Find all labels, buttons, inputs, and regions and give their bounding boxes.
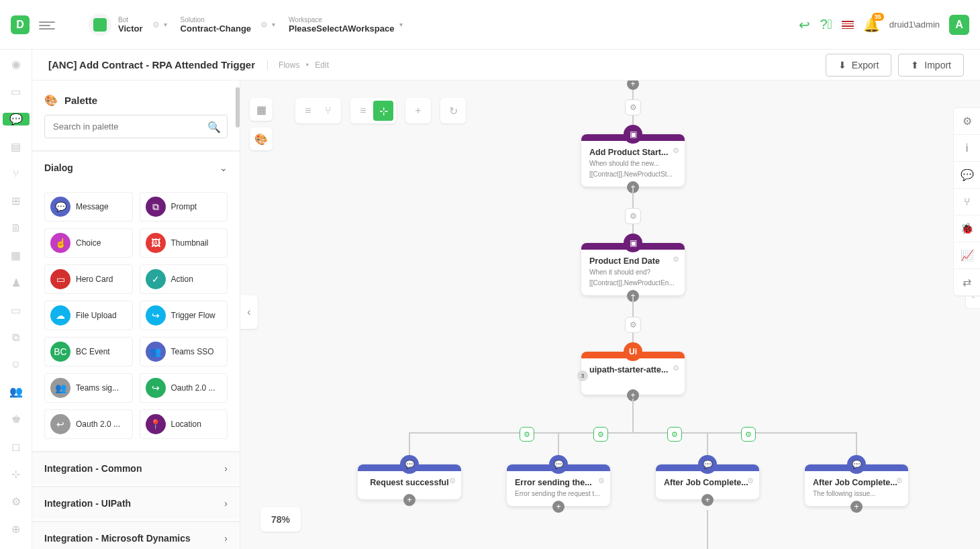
rail-translate-icon[interactable]: ⇄ (954, 269, 980, 296)
nav-settings-icon[interactable]: ⚙ (9, 495, 23, 508)
user-name[interactable]: druid1\admin (889, 19, 940, 30)
canvas-palette-toggle[interactable]: 🎨 (250, 128, 273, 150)
palette-item-teamssig[interactable]: 👥Teams sig... (44, 373, 133, 403)
palette-scrollbar[interactable] (235, 81, 240, 549)
menu-toggle-icon[interactable] (39, 19, 55, 30)
nav-docs-icon[interactable]: ▤ (9, 140, 23, 153)
gear-icon[interactable]: ⚙ (449, 477, 456, 485)
palette-item-herocard[interactable]: ▭Hero Card (44, 264, 133, 294)
connector-settings[interactable]: ⚙ (625, 99, 641, 115)
import-button[interactable]: ⬆ Import (898, 54, 964, 77)
branch-settings[interactable]: ⚙ (741, 427, 756, 442)
list-view-button[interactable]: ≡ (298, 101, 318, 121)
nav-chat-icon[interactable]: ▭ (9, 304, 23, 317)
canvas-collapse-left[interactable]: ‹ (240, 295, 258, 329)
branch-settings[interactable]: ⚙ (520, 427, 534, 442)
palette-item-bcevent[interactable]: BCBC Event (44, 337, 133, 366)
flow-canvas[interactable]: ▦ 🎨 ‹ ≡ ⑂ ≡ ⊹ + ↻ 78% + ⚙ ▣ ⚙ Add Produc… (240, 81, 980, 549)
refresh-button[interactable]: ↻ (443, 101, 463, 121)
nav-ext-icon[interactable]: ⊕ (9, 523, 23, 536)
gear-icon[interactable]: ⚙ (152, 20, 160, 30)
flow-node-product-end-date[interactable]: ▣ ⚙ Product End Date When it should end?… (581, 243, 685, 295)
nav-face-icon[interactable]: ☺ (9, 358, 23, 370)
nav-copy-icon[interactable]: ⧉ (9, 332, 23, 344)
connector-settings[interactable]: ⚙ (625, 317, 641, 333)
nav-file-icon[interactable]: 🗎 (9, 222, 23, 234)
solution-selector[interactable]: Solution Contract-Change ⚙ ▾ (181, 16, 275, 34)
accordion-dialog[interactable]: Dialog ⌄ (32, 150, 240, 184)
flow-node-after-job-complete-2[interactable]: 💬 ⚙ After Job Complete... The following … (805, 464, 908, 506)
accordion-common[interactable]: Integration - Common › (32, 451, 240, 485)
breadcrumb-flows[interactable]: Flows (279, 60, 299, 70)
gear-icon[interactable]: ⚙ (747, 477, 754, 485)
flow-node-add-product-start[interactable]: ▣ ⚙ Add Product Start... When should the… (581, 134, 685, 187)
branch-settings[interactable]: ⚙ (593, 427, 608, 442)
walkthrough-icon[interactable]: ↩ (799, 17, 810, 33)
palette-item-teamssso[interactable]: 👥Teams SSO (140, 337, 228, 366)
tree-view-button[interactable]: ⊹ (373, 101, 393, 121)
add-button[interactable]: + (408, 101, 428, 121)
nav-flows-icon[interactable]: 💬 (3, 113, 30, 126)
nav-apps-icon[interactable]: ⊞ (9, 195, 23, 207)
palette-item-choice[interactable]: ☝Choice (44, 228, 133, 258)
add-node-button[interactable]: + (701, 494, 714, 506)
help-icon[interactable]: ?⃝ (820, 17, 832, 32)
zoom-indicator[interactable]: 78% (260, 507, 301, 532)
branch-settings[interactable]: ⚙ (667, 427, 682, 442)
rail-info-icon[interactable]: i (954, 135, 980, 162)
app-logo[interactable]: D (11, 15, 30, 34)
rail-chat-icon[interactable]: 💬 (954, 162, 980, 189)
add-node-button[interactable]: + (627, 81, 639, 90)
rail-settings-icon[interactable]: ⚙ (954, 108, 980, 135)
merge-view-button[interactable]: ⑂ (318, 101, 338, 121)
nav-admin-icon[interactable]: ♚ (9, 413, 23, 426)
nav-user-icon[interactable]: ♟ (9, 277, 23, 289)
add-node-button[interactable]: + (403, 494, 415, 506)
palette-item-oauth2[interactable]: ↩Oauth 2.0 ... (44, 409, 133, 439)
chevron-down-icon[interactable]: ▾ (164, 21, 167, 28)
nav-screen-icon[interactable]: ◻ (9, 440, 23, 453)
palette-item-message[interactable]: 💬Message (44, 192, 133, 221)
nav-monitor-icon[interactable]: ▭ (9, 85, 23, 98)
flow-node-after-job-complete-1[interactable]: 💬 ⚙ After Job Complete... + (656, 464, 759, 499)
flow-node-error-sending[interactable]: 💬 ⚙ Error sending the... Error sending t… (507, 464, 610, 506)
gear-icon[interactable]: ⚙ (598, 477, 605, 485)
workspace-selector[interactable]: Workspace PleaseSelectAWorkspace ▾ (289, 16, 403, 34)
gear-icon[interactable]: ⚙ (260, 20, 268, 30)
chevron-down-icon[interactable]: ▾ (399, 21, 403, 28)
palette-item-action[interactable]: ✓Action (140, 264, 228, 294)
accordion-msdyn[interactable]: Integration - Microsoft Dynamics › (32, 521, 240, 549)
nav-tree-icon[interactable]: ⊹ (9, 468, 23, 481)
canvas-grid-toggle[interactable]: ▦ (250, 98, 273, 121)
gear-icon[interactable]: ⚙ (673, 146, 679, 155)
palette-item-oauth1[interactable]: ↪Oauth 2.0 ... (140, 373, 228, 403)
avatar[interactable]: A (949, 15, 969, 35)
flow-node-uipath-starter[interactable]: Ui 3 ⚙ uipath-starter-atte... + (581, 352, 685, 395)
palette-item-triggerflow[interactable]: ↪Trigger Flow (140, 301, 228, 330)
bot-selector[interactable]: Bot Victor ⚙ ▾ (89, 13, 167, 36)
palette-item-location[interactable]: 📍Location (140, 409, 228, 439)
export-button[interactable]: ⬇ Export (826, 54, 891, 77)
palette-item-fileupload[interactable]: ☁File Upload (44, 301, 133, 330)
nav-overview-icon[interactable]: ◉ (9, 58, 23, 70)
gear-icon[interactable]: ⚙ (673, 255, 679, 264)
gear-icon[interactable]: ⚙ (896, 477, 903, 485)
palette-item-thumbnail[interactable]: 🖼Thumbnail (140, 228, 228, 258)
add-node-button[interactable]: + (552, 501, 565, 513)
menu-button[interactable]: ≡ (353, 101, 373, 121)
rail-branch-icon[interactable]: ⑂ (954, 189, 980, 215)
nav-branch-icon[interactable]: ⑂ (9, 168, 23, 180)
notifications-icon[interactable]: 🔔35 (863, 17, 880, 33)
nav-grid-icon[interactable]: ▦ (9, 249, 23, 262)
flow-node-request-successful[interactable]: 💬 ⚙ Request successful + (358, 464, 461, 499)
gear-icon[interactable]: ⚙ (673, 364, 679, 372)
nav-people-icon[interactable]: 👥 (9, 385, 23, 398)
rail-chart-icon[interactable]: 📈 (954, 242, 980, 269)
palette-item-prompt[interactable]: ⧉Prompt (140, 192, 228, 221)
add-node-button[interactable]: + (850, 501, 863, 513)
language-flag-icon[interactable] (842, 21, 854, 29)
accordion-uipath[interactable]: Integration - UIPath › (32, 486, 240, 519)
chevron-down-icon[interactable]: ▾ (272, 21, 275, 28)
connector-settings[interactable]: ⚙ (625, 208, 641, 224)
palette-search-input[interactable] (44, 115, 228, 138)
